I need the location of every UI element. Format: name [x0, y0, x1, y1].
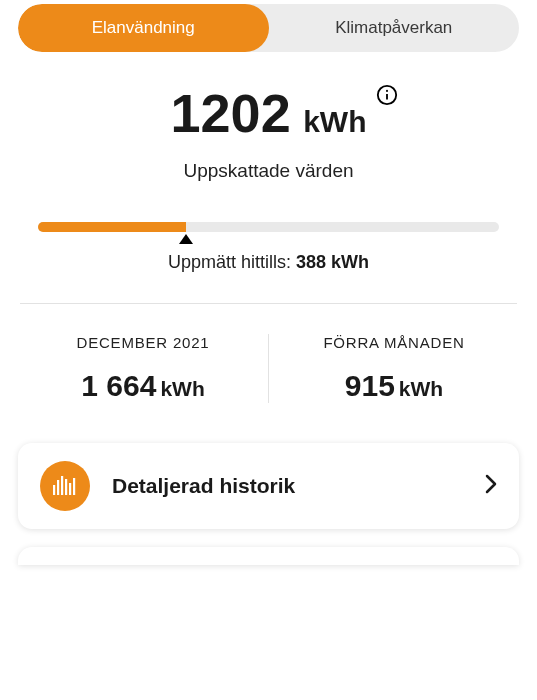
svg-rect-5	[61, 476, 63, 495]
progress-bar	[18, 222, 519, 232]
measured-row: Uppmätt hittills: 388 kWh	[18, 252, 519, 273]
progress-marker-icon	[179, 234, 193, 244]
svg-rect-6	[65, 479, 67, 495]
info-icon[interactable]	[376, 84, 398, 110]
compare-right-value: 915	[345, 369, 395, 402]
svg-rect-8	[73, 478, 75, 495]
divider	[20, 303, 517, 304]
compare-right-label: FÖRRA MÅNADEN	[269, 334, 519, 351]
compare-right: FÖRRA MÅNADEN 915kWh	[269, 334, 519, 403]
compare-left: DECEMBER 2021 1 664kWh	[18, 334, 268, 403]
estimate-subtitle: Uppskattade värden	[18, 160, 519, 182]
compare-left-label: DECEMBER 2021	[18, 334, 268, 351]
next-card-preview[interactable]	[18, 547, 519, 565]
svg-point-1	[386, 90, 388, 92]
measured-label: Uppmätt hittills:	[168, 252, 296, 272]
svg-rect-7	[69, 483, 71, 495]
chevron-right-icon	[485, 474, 497, 498]
tab-usage[interactable]: Elanvändning	[18, 4, 269, 52]
main-value: 1202	[171, 82, 291, 144]
compare-row: DECEMBER 2021 1 664kWh FÖRRA MÅNADEN 915…	[18, 334, 519, 403]
bars-icon	[40, 461, 90, 511]
main-unit: kWh	[303, 105, 366, 138]
compare-right-unit: kWh	[399, 377, 443, 400]
tab-climate[interactable]: Klimatpåverkan	[269, 4, 520, 52]
progress-fill	[38, 222, 186, 232]
compare-left-unit: kWh	[160, 377, 204, 400]
measured-value: 388 kWh	[296, 252, 369, 272]
svg-rect-3	[53, 485, 55, 495]
history-card-label: Detaljerad historik	[112, 474, 485, 498]
tab-bar: Elanvändning Klimatpåverkan	[18, 4, 519, 52]
svg-rect-4	[57, 480, 59, 495]
main-reading: 1202 kWh	[18, 82, 519, 144]
compare-left-value: 1 664	[81, 369, 156, 402]
history-card[interactable]: Detaljerad historik	[18, 443, 519, 529]
